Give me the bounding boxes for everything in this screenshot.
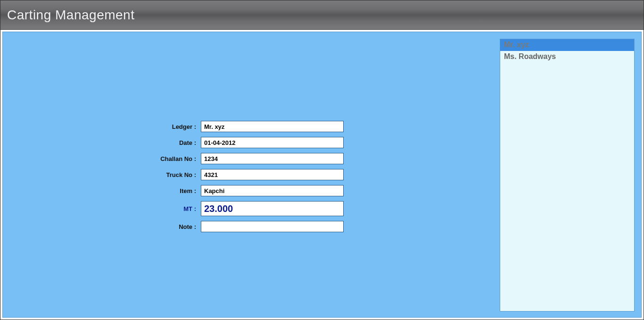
titlebar: Carting Management — [0, 0, 644, 30]
ledger-list-item[interactable]: Ms. Roadways — [500, 51, 634, 63]
ledger-input[interactable] — [201, 121, 344, 132]
item-label: Item : — [140, 187, 201, 194]
note-label: Note : — [140, 223, 201, 230]
mt-label: MT : — [140, 205, 201, 212]
form-row-item: Item : — [140, 185, 344, 196]
ledger-label: Ledger : — [140, 123, 201, 130]
mt-input[interactable] — [201, 201, 344, 216]
date-label: Date : — [140, 139, 201, 146]
truck-no-label: Truck No : — [140, 171, 201, 178]
ledger-list-item[interactable]: Mr. xyz — [500, 39, 634, 51]
content-area: Ledger : Date : Challan No : Truck No : — [2, 32, 642, 318]
form-row-challan-no: Challan No : — [140, 153, 344, 164]
page-title: Carting Management — [7, 8, 134, 23]
date-input[interactable] — [201, 137, 344, 148]
note-input[interactable] — [201, 221, 344, 232]
challan-no-label: Challan No : — [140, 155, 201, 162]
truck-no-input[interactable] — [201, 169, 344, 180]
form-container: Ledger : Date : Challan No : Truck No : — [140, 121, 344, 232]
content-wrap: Ledger : Date : Challan No : Truck No : — [0, 30, 644, 320]
item-input[interactable] — [201, 185, 344, 196]
challan-no-input[interactable] — [201, 153, 344, 164]
form-row-date: Date : — [140, 137, 344, 148]
ledger-list[interactable]: Mr. xyz Ms. Roadways — [500, 39, 635, 312]
form-row-truck-no: Truck No : — [140, 169, 344, 180]
form-row-mt: MT : — [140, 201, 344, 216]
form-row-note: Note : — [140, 221, 344, 232]
app-window: Carting Management Ledger : Date : Chall… — [0, 0, 644, 320]
form-row-ledger: Ledger : — [140, 121, 344, 132]
